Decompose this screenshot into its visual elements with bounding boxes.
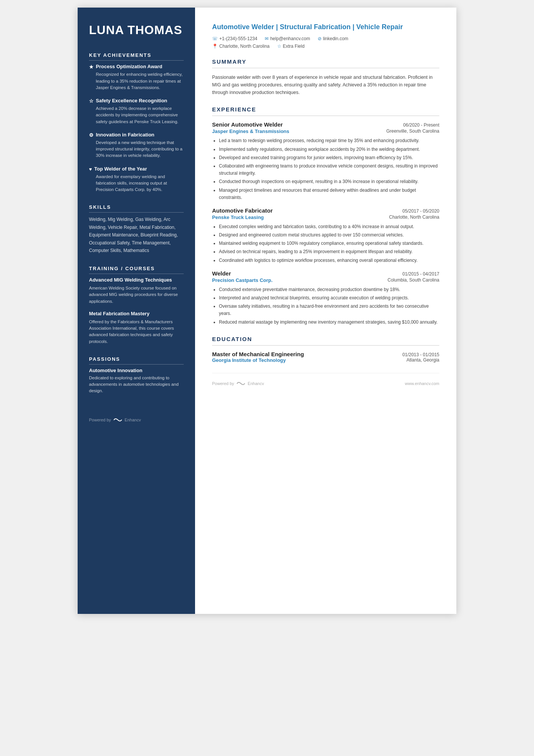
bullet: Designed and engineered custom metal str… <box>219 232 439 239</box>
job-3-subheader: Precision Castparts Corp. Columbia, Sout… <box>212 277 439 283</box>
website-value: linkedin.com <box>323 36 348 41</box>
experience-title: EXPERIENCE <box>212 106 439 113</box>
passions-title: PASSIONS <box>89 356 184 365</box>
job-1: Senior Automotive Welder 06/2020 - Prese… <box>212 121 439 201</box>
training-1-title: Advanced MIG Welding Techniques <box>89 277 184 283</box>
bullet: Executed complex welding and fabrication… <box>219 223 439 230</box>
edu-1-dates: 01/2013 - 01/2015 <box>403 352 439 357</box>
training-2-desc: Offered by the Fabricators & Manufacture… <box>89 319 184 345</box>
job-2-dates: 05/2017 - 05/2020 <box>403 208 439 214</box>
header-location-row: 📍 Charlotte, North Carolina ☆ Extra Fiel… <box>212 44 439 49</box>
education-title: EDUCATION <box>212 336 439 342</box>
achievement-1: ★ Process Optimization Award Recognized … <box>89 64 184 91</box>
skills-title: SKILLS <box>89 204 184 213</box>
brand-name: Enhancv <box>125 418 141 422</box>
job-2-subheader: Penske Truck Leasing Charlotte, North Ca… <box>212 214 439 220</box>
location-item: 📍 Charlotte, North Carolina <box>212 44 270 49</box>
bullet: Reduced material wastage by implementing… <box>219 319 439 326</box>
job-3-company: Precision Castparts Corp. <box>212 277 273 283</box>
summary-text: Passionate welder with over 8 years of e… <box>212 74 439 96</box>
experience-section: EXPERIENCE Senior Automotive Welder 06/2… <box>212 106 439 326</box>
bullet: Coordinated with logistics to optimize w… <box>219 257 439 264</box>
location-value: Charlotte, North Carolina <box>219 44 270 49</box>
enhancv-logo-icon <box>113 417 122 423</box>
job-2-header: Automotive Fabricator 05/2017 - 05/2020 <box>212 207 439 214</box>
achievements-section: KEY ACHIEVEMENTS ★ Process Optimization … <box>89 52 184 193</box>
bullet: Maintained welding equipment to 100% reg… <box>219 240 439 247</box>
job-3-header: Welder 01/2015 - 04/2017 <box>212 270 439 277</box>
achievement-3-desc: Developed a new welding technique that i… <box>89 139 184 159</box>
passion-1-title: Automotive Innovation <box>89 368 184 373</box>
header-title: Automotive Welder | Structural Fabricati… <box>212 23 439 31</box>
email-icon: ✉ <box>265 36 269 41</box>
main-footer: Powered by Enhancv www.enhancv.com <box>212 373 439 386</box>
bullet: Interpreted and analyzed technical bluep… <box>219 294 439 302</box>
experience-divider <box>212 116 439 116</box>
main-content: Automotive Welder | Structural Fabricati… <box>195 8 456 614</box>
powered-by-label: Powered by <box>89 418 111 422</box>
passion-1-desc: Dedicated to exploring and contributing … <box>89 375 184 394</box>
education-divider <box>212 345 439 346</box>
contact-website: ⊘ linkedin.com <box>318 36 348 41</box>
achievement-3-title: Innovation in Fabrication <box>96 132 155 138</box>
training-section: TRAINING / COURSES Advanced MIG Welding … <box>89 266 184 345</box>
skills-text: Welding, Mig Welding, Gas Welding, Arc W… <box>89 216 184 254</box>
location-icon: 📍 <box>212 44 218 49</box>
achievement-2-desc: Achieved a 20% decrease in workplace acc… <box>89 105 184 125</box>
achievements-title: KEY ACHIEVEMENTS <box>89 52 184 61</box>
star-filled-icon: ★ <box>89 64 94 70</box>
job-3: Welder 01/2015 - 04/2017 Precision Castp… <box>212 270 439 326</box>
bullet: Implemented safety regulations, decreasi… <box>219 146 439 153</box>
contact-email: ✉ help@enhancv.com <box>265 36 310 41</box>
footer-powered: Powered by Enhancv <box>212 381 264 386</box>
contact-phone: ☏ +1-(234)-555-1234 <box>212 36 257 41</box>
edu-1-location: Atlanta, Georgia <box>406 357 439 363</box>
job-3-title: Welder <box>212 270 231 277</box>
job-3-dates: 01/2015 - 04/2017 <box>403 271 439 277</box>
bullet: Managed project timelines and resources … <box>219 187 439 201</box>
star-extra-icon: ☆ <box>277 44 281 49</box>
email-value: help@enhancv.com <box>270 36 310 41</box>
training-1: Advanced MIG Welding Techniques American… <box>89 277 184 305</box>
job-1-subheader: Jasper Engines & Transmissions Greenvill… <box>212 128 439 134</box>
job-3-location: Columbia, South Carolina <box>387 277 439 283</box>
job-2: Automotive Fabricator 05/2017 - 05/2020 … <box>212 207 439 264</box>
extra-value: Extra Field <box>283 44 304 49</box>
job-1-title: Senior Automotive Welder <box>212 121 283 128</box>
extra-field: ☆ Extra Field <box>277 44 304 49</box>
achievement-2-title: Safety Excellence Recognition <box>96 98 167 103</box>
job-1-bullets: Led a team to redesign welding processes… <box>212 137 439 201</box>
achievement-2: ☆ Safety Excellence Recognition Achieved… <box>89 98 184 125</box>
achievement-4-desc: Awarded for exemplary welding and fabric… <box>89 174 184 193</box>
training-title: TRAINING / COURSES <box>89 266 184 274</box>
skills-section: SKILLS Welding, Mig Welding, Gas Welding… <box>89 204 184 254</box>
edu-1-header: Master of Mechanical Engineering 01/2013… <box>212 351 439 357</box>
footer-logo-icon <box>236 381 245 386</box>
summary-section: SUMMARY Passionate welder with over 8 ye… <box>212 58 439 96</box>
sidebar: LUNA THOMAS KEY ACHIEVEMENTS ★ Process O… <box>78 8 195 614</box>
candidate-name: LUNA THOMAS <box>89 23 184 37</box>
training-1-desc: American Welding Society course focused … <box>89 285 184 305</box>
job-1-company: Jasper Engines & Transmissions <box>212 128 289 134</box>
footer-url: www.enhancv.com <box>405 381 439 386</box>
training-2-title: Metal Fabrication Mastery <box>89 311 184 317</box>
star-outline-icon: ☆ <box>89 98 94 104</box>
header-contact: ☏ +1-(234)-555-1234 ✉ help@enhancv.com ⊘… <box>212 36 439 41</box>
bullet: Collaborated with engineering teams to p… <box>219 163 439 177</box>
job-3-bullets: Conducted extensive preventative mainten… <box>212 286 439 326</box>
job-1-header: Senior Automotive Welder 06/2020 - Prese… <box>212 121 439 128</box>
gear-icon: ⚙ <box>89 132 94 138</box>
achievement-3: ⚙ Innovation in Fabrication Developed a … <box>89 132 184 159</box>
summary-divider <box>212 68 439 68</box>
job-2-location: Charlotte, North Carolina <box>389 214 439 220</box>
edu-1-school: Georgia Institute of Technology <box>212 357 286 363</box>
job-2-title: Automotive Fabricator <box>212 207 273 214</box>
job-2-company: Penske Truck Leasing <box>212 214 264 220</box>
footer-powered-label: Powered by <box>212 381 234 386</box>
passions-section: PASSIONS Automotive Innovation Dedicated… <box>89 356 184 394</box>
bullet: Led a team to redesign welding processes… <box>219 137 439 144</box>
heart-icon: ♥ <box>89 166 92 172</box>
achievement-1-desc: Recognized for enhancing welding efficie… <box>89 71 184 91</box>
phone-icon: ☏ <box>212 36 218 41</box>
bullet: Advised on technical repairs, leading to… <box>219 248 439 255</box>
